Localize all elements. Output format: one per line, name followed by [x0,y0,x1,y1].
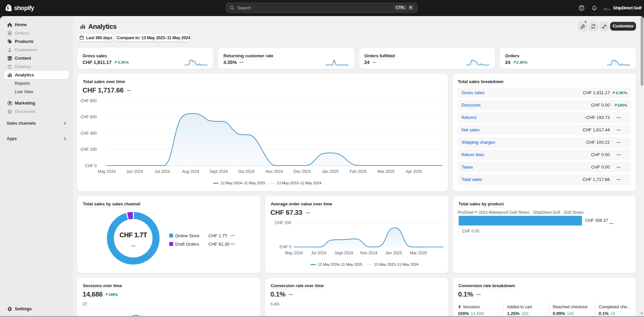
svg-text:GOLF: GOLF [606,9,610,10]
